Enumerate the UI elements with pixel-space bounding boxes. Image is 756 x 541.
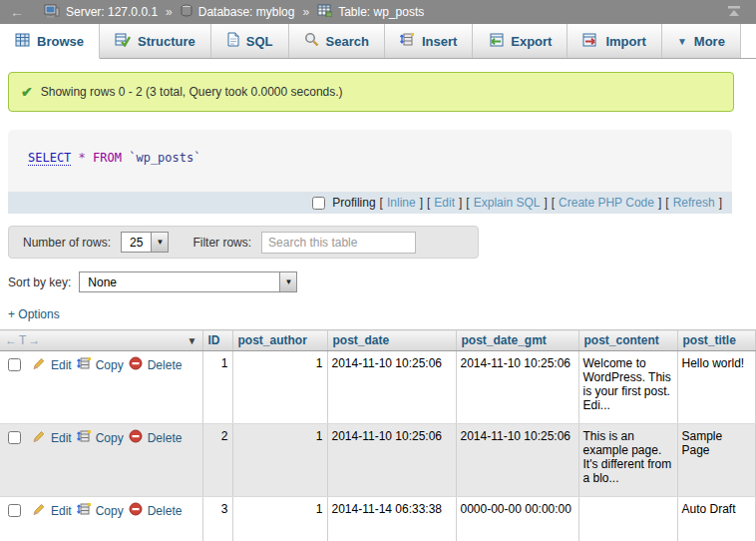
copy-link[interactable]: Copy [96,358,124,372]
import-icon [582,33,598,50]
sql-keyword-from: FROM [93,151,122,165]
copy-link[interactable]: Copy [96,431,124,445]
breadcrumb-bar: ← Server: 127.0.0.1 » Database: myblog »… [0,0,756,24]
options-toggle[interactable]: + Options [8,307,60,321]
edit-query-link[interactable]: Edit [434,196,455,210]
sql-keyword-select[interactable]: SELECT [28,151,71,166]
status-message: ✔ Showing rows 0 - 2 (3 total, Query too… [8,72,734,112]
row-checkbox[interactable] [8,431,21,444]
create-php-code-link[interactable]: Create PHP Code [559,196,654,210]
copy-link[interactable]: Copy [96,504,124,518]
cell-post-title: Auto Draft [677,497,755,541]
breadcrumb-server-link[interactable]: Server: 127.0.0.1 [66,5,158,19]
success-check-icon: ✔ [21,84,33,100]
refresh-link[interactable]: Refresh [673,196,715,210]
chevron-down-icon: ▼ [677,36,687,47]
sort-by-key-label: Sort by key: [8,275,71,289]
bracket: [ [665,196,668,210]
collapse-console-icon[interactable] [726,5,742,21]
bracket: [ [466,196,469,210]
tab-label: SQL [246,34,273,49]
bracket: ] [658,196,661,210]
number-of-rows-label: Number of rows: [23,236,111,250]
tab-more[interactable]: ▼ More [662,24,741,58]
bracket: ] [719,196,722,210]
delete-link[interactable]: Delete [148,358,183,372]
tab-sql[interactable]: SQL [211,24,289,58]
tab-label: More [694,34,725,49]
delete-link[interactable]: Delete [148,431,183,445]
breadcrumb-server[interactable]: Server: 127.0.0.1 [66,5,158,19]
table-icon [317,4,332,20]
cell-post-content: This is an example page. It's different … [578,424,677,497]
column-header-post-author[interactable]: post_author [232,330,327,351]
number-of-rows-select[interactable]: 25 ▼ [121,232,169,253]
browse-icon [15,33,30,50]
bracket: [ [380,196,383,210]
rows-control-bar: Number of rows: 25 ▼ Filter rows: [8,226,479,259]
chevron-down-icon: ▼ [151,233,168,252]
tab-search[interactable]: Search [289,24,385,58]
breadcrumb-table[interactable]: Table: wp_posts [338,5,424,19]
cell-post-date-gmt: 2014-11-10 10:25:06 [456,424,578,497]
back-arrow-icon[interactable]: ← [10,4,24,20]
table-row: Edit Copy Delete 2 1 2014-11-10 10:25:06… [0,424,755,497]
pencil-icon [32,429,46,446]
column-header-id[interactable]: ID [202,330,232,351]
breadcrumb-separator: » [302,5,309,19]
profiling-checkbox[interactable] [312,197,325,210]
sql-star-token: * [79,151,86,165]
tab-label: Export [511,34,552,49]
column-header-post-date[interactable]: post_date [327,330,456,351]
column-header-post-title[interactable]: post_title [677,330,755,351]
edit-link[interactable]: Edit [51,504,72,518]
breadcrumb-database[interactable]: Database: myblog [198,5,295,19]
edit-link[interactable]: Edit [51,431,72,445]
edit-link[interactable]: Edit [51,358,72,372]
column-header-post-date-gmt[interactable]: post_date_gmt [456,330,578,351]
breadcrumb-table-link[interactable]: Table: wp_posts [338,5,424,19]
status-message-text: Showing rows 0 - 2 (3 total, Query took … [41,85,343,99]
tab-structure[interactable]: Structure [100,24,211,58]
filter-rows-input[interactable] [261,232,416,254]
copy-icon [77,429,91,446]
row-checkbox[interactable] [8,504,21,517]
sort-options-icon[interactable]: ▼ [188,335,197,346]
database-icon [181,4,192,21]
table-row: Edit Copy Delete 1 1 2014-11-10 10:25:06… [0,351,755,424]
bracket: ] [459,196,462,210]
tab-bar: Browse Structure SQL Search Insert Expor… [0,24,756,59]
explain-sql-link[interactable]: Explain SQL [474,196,541,210]
tab-label: Browse [37,34,84,49]
results-table: ←T→ ▼ ID post_author post_date post_date… [0,329,756,541]
table-row: Edit Copy Delete 3 1 2014-11-14 06:33:38… [0,497,755,541]
transpose-toggle[interactable]: ←T→ [5,333,42,347]
tab-label: Structure [138,34,195,49]
cell-post-date-gmt: 2014-11-10 10:25:06 [456,351,578,424]
tab-import[interactable]: Import [567,24,661,58]
cell-post-author: 1 [232,351,327,424]
tab-insert[interactable]: Insert [385,24,473,58]
sort-by-key-row: Sort by key: None ▼ [8,271,756,292]
bracket: [ [427,196,430,210]
copy-icon [77,356,91,373]
row-checkbox[interactable] [8,358,21,371]
tab-export[interactable]: Export [473,24,567,58]
cell-id: 1 [202,351,232,424]
tabbar-filler [741,24,756,58]
pencil-icon [32,502,46,519]
sort-by-key-select[interactable]: None ▼ [79,271,297,292]
column-header-post-content[interactable]: post_content [578,330,677,351]
pencil-icon [32,356,46,373]
cell-post-content [578,497,677,541]
tab-label: Import [605,34,645,49]
inline-link[interactable]: Inline [387,196,416,210]
delete-link[interactable]: Delete [148,504,183,518]
breadcrumb-database-link[interactable]: Database: myblog [198,5,295,19]
tab-browse[interactable]: Browse [0,24,100,59]
tab-label: Insert [422,34,457,49]
sql-icon [226,32,239,50]
copy-icon [77,502,91,519]
number-of-rows-value: 25 [122,233,151,252]
cell-post-date: 2014-11-10 10:25:06 [327,424,456,497]
